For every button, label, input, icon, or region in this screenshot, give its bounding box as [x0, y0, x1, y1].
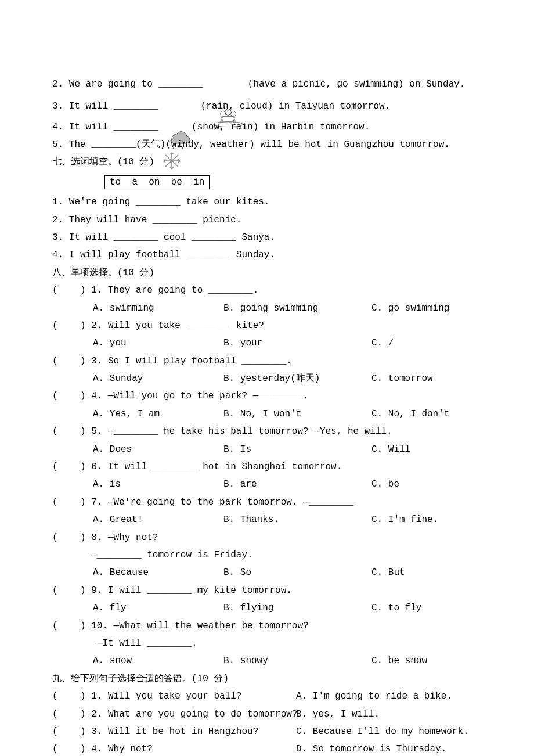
question-text: —________ tomorrow is Friday. [52, 546, 253, 564]
match-row: ( ) 1. Will you take your ball?A. I'm go… [52, 687, 482, 705]
option-a: A. Does [93, 441, 223, 458]
option-c: C. to fly [371, 599, 482, 617]
option-a: A. you [93, 334, 223, 352]
mc-options: A. flyB. flyingC. to fly [52, 599, 482, 617]
match-question: ( ) 2. What are you going to do tomorrow… [52, 705, 296, 723]
section-7-heading: 七、选词填空。(10 分) [52, 153, 482, 171]
fill-blank-q4: 4. It will ________ (snow, rain) in Harb… [52, 115, 482, 136]
picnic-icon [211, 70, 246, 93]
match-row: ( ) 3. Will it be hot in Hangzhou?C. Bec… [52, 723, 482, 740]
option-b: B. So [223, 564, 371, 581]
option-a: A. Great! [93, 511, 223, 528]
question-text: ( ) 6. It will ________ hot in Shanghai … [52, 458, 342, 476]
option-b: B. Is [223, 441, 371, 458]
match-answer: D. So tomorrow is Thursday. [296, 740, 482, 756]
option-b: B. snowy [223, 652, 371, 669]
option-a: A. is [93, 476, 223, 493]
fill-blank-item: 2. They will have ________ picnic. [52, 211, 482, 229]
mc-options: A. Yes, I amB. No, I won'tC. No, I don't [52, 405, 482, 423]
q4-prefix: 4. It will ________ [52, 118, 158, 136]
q3-prefix: 3. It will ________ [52, 98, 164, 115]
mc-question: ( ) 2. Will you take ________ kite? [52, 317, 482, 334]
question-text: ( ) 3. So I will play football ________. [52, 352, 292, 370]
option-c: C. But [371, 564, 482, 581]
mc-question: ( ) 4. —Will you go to the park? —______… [52, 387, 482, 405]
option-c: C. Will [371, 441, 482, 458]
match-answer: C. Because I'll do my homework. [296, 723, 482, 740]
option-b: B. going swimming [223, 300, 371, 317]
match-answer: B. yes, I will. [296, 705, 482, 723]
option-b: B. your [223, 334, 371, 352]
mc-options: A. youB. yourC. / [52, 334, 482, 352]
section-9-items: ( ) 1. Will you take your ball?A. I'm go… [52, 687, 482, 756]
fill-blank-q3: 3. It will ________ (rain, cloud) in Tai… [52, 93, 482, 115]
mc-question: ( ) 7. —We're going to the park tomorrow… [52, 494, 482, 511]
mc-options: A. DoesB. IsC. Will [52, 441, 482, 458]
option-c: C. be snow [371, 652, 482, 669]
match-row: ( ) 4. Why not?D. So tomorrow is Thursda… [52, 740, 482, 756]
option-b: B. Thanks. [223, 511, 371, 528]
q3-suffix: (rain, cloud) in Taiyuan tomorrow. [195, 98, 390, 115]
mc-question: ( ) 8. —Why not? [52, 529, 482, 546]
word-box: to a on be in [104, 175, 210, 189]
mc-question: ( ) 1. They are going to ________. [52, 282, 482, 299]
option-c: C. No, I don't [371, 405, 482, 423]
mc-options: A. BecauseB. SoC. But [52, 564, 482, 581]
option-b: B. are [223, 476, 371, 493]
snow-icon [160, 115, 183, 136]
mc-question: ( ) 6. It will ________ hot in Shanghai … [52, 458, 482, 476]
section-9-heading: 九、给下列句子选择合适的答语。(10 分) [52, 670, 482, 687]
question-text: ( ) 9. I will ________ my kite tomorrow. [52, 582, 292, 599]
option-a: A. fly [93, 599, 223, 617]
section-7-items: 1. We're going ________ take our kites.2… [52, 193, 482, 264]
option-c: C. I'm fine. [371, 511, 482, 528]
mc-question-cont: —It will ________. [52, 635, 482, 652]
mc-options: A. isB. areC. be [52, 476, 482, 493]
option-a: A. Because [93, 564, 223, 581]
section-8-items: ( ) 1. They are going to ________.A. swi… [52, 282, 482, 670]
item-text: 1. We're going ________ take our kites. [52, 193, 269, 211]
q2-prefix: 2. We are going to ________ [52, 75, 208, 93]
section-8-heading: 八、单项选择。(10 分) [52, 264, 482, 282]
option-a: A. snow [93, 652, 223, 669]
fill-blank-item: 4. I will play football ________ Sunday. [52, 246, 482, 264]
worksheet-page: 2. We are going to ________ (have a picn… [0, 0, 534, 756]
mc-question: ( ) 10. —What will the weather be tomorr… [52, 617, 482, 635]
match-question: ( ) 3. Will it be hot in Hangzhou? [52, 723, 296, 740]
q4-suffix: (snow, rain) in Harbin tomorrow. [186, 118, 370, 136]
option-b: B. No, I won't [223, 405, 371, 423]
question-text: ( ) 4. —Will you go to the park? —______… [52, 387, 309, 405]
option-a: A. Yes, I am [93, 405, 223, 423]
mc-question: ( ) 9. I will ________ my kite tomorrow. [52, 582, 482, 599]
match-question: ( ) 4. Why not? [52, 740, 296, 756]
match-row: ( ) 2. What are you going to do tomorrow… [52, 705, 482, 723]
mc-question: ( ) 3. So I will play football ________. [52, 352, 482, 370]
question-text: ( ) 7. —We're going to the park tomorrow… [52, 494, 353, 511]
q2-suffix: (have a picnic, go swimming) on Sunday. [248, 75, 465, 93]
match-answer: A. I'm going to ride a bike. [296, 687, 482, 705]
rain-icon [166, 93, 193, 115]
mc-question-cont: —________ tomorrow is Friday. [52, 546, 482, 564]
item-text: 4. I will play football ________ Sunday. [52, 246, 275, 264]
option-c: C. tomorrow [371, 370, 482, 387]
option-a: A. swimming [93, 300, 223, 317]
mc-options: A. swimmingB. going swimmingC. go swimmi… [52, 300, 482, 317]
fill-blank-q2: 2. We are going to ________ (have a picn… [52, 70, 482, 93]
mc-question: ( ) 5. —________ he take his ball tomorr… [52, 423, 482, 440]
word-box-row: to a on be in [52, 174, 482, 191]
option-b: B. yesterday(昨天) [223, 370, 371, 387]
fill-blank-item: 3. It will ________ cool ________ Sanya. [52, 229, 482, 246]
mc-options: A. SundayB. yesterday(昨天)C. tomorrow [52, 370, 482, 387]
question-text: ( ) 5. —________ he take his ball tomorr… [52, 423, 392, 440]
fill-blank-q5: 5. The ________(天气)(windy, weather) will… [52, 136, 482, 153]
question-text: ( ) 1. They are going to ________. [52, 282, 258, 299]
option-c: C. be [371, 476, 482, 493]
fill-blank-item: 1. We're going ________ take our kites. [52, 193, 482, 211]
option-b: B. flying [223, 599, 371, 617]
mc-options: A. snowB. snowyC. be snow [52, 652, 482, 669]
item-text: 2. They will have ________ picnic. [52, 211, 241, 229]
question-text: —It will ________. [52, 635, 197, 652]
option-c: C. / [371, 334, 482, 352]
mc-options: A. Great!B. Thanks.C. I'm fine. [52, 511, 482, 528]
option-c: C. go swimming [371, 300, 482, 317]
